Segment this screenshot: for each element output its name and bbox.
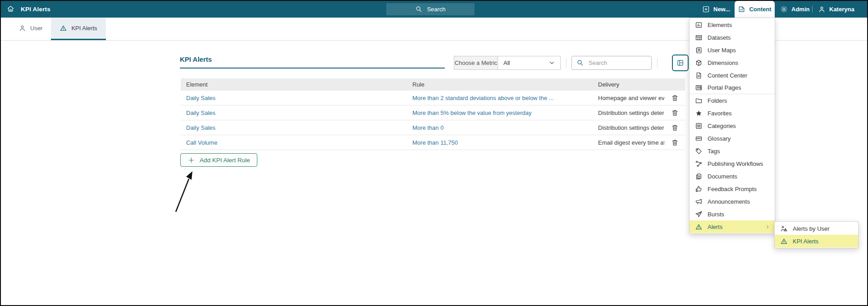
- element-link[interactable]: Call Volume: [186, 139, 217, 146]
- user-account-button[interactable]: Kateryna: [818, 1, 854, 18]
- menu-item-glossary[interactable]: ABCGlossary: [690, 132, 775, 145]
- menu-item-label: Tags: [708, 148, 720, 155]
- menu-item-content-center[interactable]: Content Center: [690, 69, 775, 82]
- search-icon: [576, 59, 584, 67]
- delete-alert-button[interactable]: [671, 139, 679, 146]
- menu-item-label: Announcements: [708, 198, 750, 205]
- menu-item-label: Publishing Workflows: [708, 160, 763, 167]
- menu-item-folders[interactable]: Folders: [690, 94, 775, 107]
- documents-icon: [695, 173, 703, 180]
- paper-plane-icon: [695, 210, 703, 218]
- menu-item-announcements[interactable]: Announcements: [690, 195, 775, 208]
- menu-item-elements[interactable]: Elements: [690, 18, 775, 31]
- tab-kpi-alerts[interactable]: KPI Alerts: [51, 18, 105, 40]
- folder-icon: [695, 97, 703, 105]
- element-link[interactable]: Daily Sales: [186, 110, 215, 116]
- menu-item-label: Categories: [708, 123, 736, 129]
- person-icon: [18, 24, 26, 32]
- row-actions: [664, 109, 685, 117]
- menu-item-documents[interactable]: Documents: [690, 170, 775, 183]
- column-view-toggle-button[interactable]: [672, 55, 689, 71]
- add-kpi-alert-rule-label: Add KPI Alert Rule: [200, 157, 250, 164]
- rule-link[interactable]: More than 0: [412, 124, 443, 131]
- table-layout-icon: [676, 59, 684, 67]
- annotation-arrow: [169, 169, 200, 215]
- menu-item-user-maps[interactable]: User Maps: [690, 44, 775, 56]
- menu-item-label: Dimensions: [708, 59, 738, 66]
- delete-alert-button[interactable]: [671, 124, 679, 132]
- menu-item-favorites[interactable]: Favorites: [690, 107, 775, 119]
- tab-user[interactable]: User: [10, 18, 51, 40]
- person-icon: [818, 5, 826, 13]
- row-actions: [664, 139, 685, 146]
- table-row: Daily SalesMore than 2 standard deviatio…: [181, 91, 685, 105]
- add-kpi-alert-rule-button[interactable]: Add KPI Alert Rule: [180, 153, 257, 167]
- menu-item-bursts[interactable]: Bursts: [690, 208, 775, 220]
- content-icon: [738, 5, 745, 13]
- table-row: Daily SalesMore than 5% below the value …: [181, 105, 685, 120]
- menu-item-feedback-prompts[interactable]: Feedback Prompts: [690, 183, 775, 195]
- warning-triangle-icon: [780, 237, 788, 245]
- warning-triangle-icon: [59, 24, 67, 32]
- page-icon: [695, 72, 703, 79]
- tag-icon: [695, 147, 703, 155]
- warning-triangle-icon: [695, 223, 703, 231]
- menu-item-categories[interactable]: Categories: [690, 119, 775, 132]
- top-navigation-bar: KPI Alerts Search New... Content Admin K…: [1, 1, 867, 18]
- trash-icon: [671, 94, 679, 102]
- section-title: KPI Alerts: [180, 55, 212, 63]
- plus-icon: [187, 156, 195, 164]
- element-cell: Daily Sales: [181, 110, 408, 116]
- page-title: KPI Alerts: [21, 6, 50, 13]
- column-header: Delivery: [594, 81, 664, 88]
- table-row: Call VolumeMore than 11,750Email digest …: [181, 135, 685, 150]
- menu-item-publishing-workflows[interactable]: Publishing Workflows: [690, 157, 775, 170]
- content-button-label: Content: [749, 6, 771, 13]
- delivery-cell: Distribution settings determined based o…: [594, 124, 664, 131]
- menu-item-dimensions[interactable]: Dimensions: [690, 56, 775, 69]
- table-search-input[interactable]: [588, 59, 647, 67]
- menu-item-label: Portal Pages: [708, 84, 741, 91]
- delete-alert-button[interactable]: [671, 109, 679, 117]
- element-link[interactable]: Daily Sales: [186, 95, 215, 101]
- element-link[interactable]: Daily Sales: [186, 124, 215, 131]
- menu-item-portal-pages[interactable]: Portal Pages: [690, 82, 775, 94]
- star-icon: [695, 110, 703, 117]
- content-dropdown-menu: ElementsDatasetsUser MapsDimensionsConte…: [689, 18, 775, 234]
- menu-item-label: Bursts: [708, 211, 724, 218]
- user-name-label: Kateryna: [829, 6, 854, 13]
- submenu-item-kpi-alerts[interactable]: KPI Alerts: [775, 235, 858, 247]
- menu-item-alerts[interactable]: Alerts: [690, 220, 775, 233]
- admin-menu-button[interactable]: Admin: [780, 1, 809, 18]
- menu-item-label: Content Center: [708, 72, 747, 79]
- content-menu-button[interactable]: Content: [735, 1, 775, 18]
- new-button[interactable]: New...: [702, 1, 730, 18]
- home-icon[interactable]: [7, 5, 14, 13]
- choose-metric-label: Choose a Metric: [454, 56, 498, 70]
- bar-chart-icon: [695, 21, 703, 29]
- submenu-item-label: KPI Alerts: [793, 238, 818, 245]
- submenu-item-alerts-by-user[interactable]: Alerts by User: [775, 222, 858, 235]
- delete-alert-button[interactable]: [671, 94, 679, 102]
- address-book-icon: [695, 46, 703, 54]
- newspaper-icon: [695, 84, 703, 91]
- rule-link[interactable]: More than 2 standard deviations above or…: [412, 95, 554, 101]
- menu-item-datasets[interactable]: Datasets: [690, 31, 775, 44]
- submenu-item-label: Alerts by User: [793, 225, 830, 232]
- menu-item-tags[interactable]: Tags: [690, 145, 775, 157]
- rule-link[interactable]: More than 5% below the value from yester…: [412, 110, 531, 116]
- menu-item-label: Folders: [708, 97, 727, 104]
- metric-select[interactable]: All: [498, 56, 561, 70]
- tab-label: User: [30, 25, 42, 32]
- element-cell: Call Volume: [181, 139, 408, 146]
- abc-icon: ABC: [695, 135, 703, 142]
- rule-link[interactable]: More than 11,750: [412, 139, 458, 146]
- delivery-cell: Homepage and viewer every time after the…: [594, 95, 664, 101]
- menu-item-label: Elements: [708, 22, 732, 28]
- global-search-button[interactable]: Search: [386, 3, 475, 15]
- user-alert-icon: [780, 225, 788, 233]
- row-actions: [664, 94, 685, 102]
- thumbs-up-icon: [695, 185, 703, 193]
- metric-select-value: All: [503, 59, 510, 66]
- workflow-icon: [695, 160, 703, 168]
